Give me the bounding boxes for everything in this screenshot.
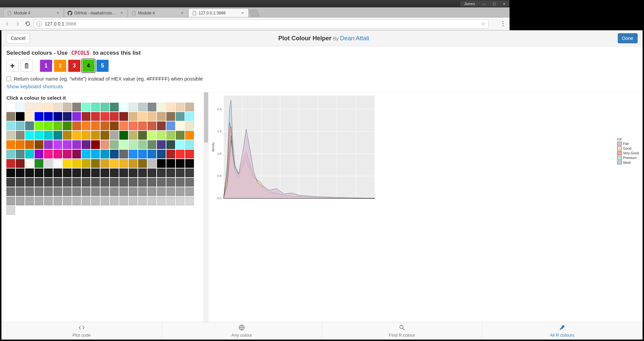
palette-cell[interactable] <box>44 121 53 130</box>
new-tab-button[interactable] <box>249 10 259 16</box>
palette-cell[interactable] <box>100 197 109 205</box>
palette-cell[interactable] <box>119 103 128 111</box>
palette-cell[interactable] <box>72 140 81 149</box>
palette-cell[interactable] <box>157 131 166 140</box>
palette-cell[interactable] <box>53 112 62 121</box>
palette-cell[interactable] <box>185 178 194 187</box>
palette-cell[interactable] <box>119 121 128 130</box>
palette-cell[interactable] <box>72 150 81 158</box>
palette-cell[interactable] <box>119 187 128 196</box>
palette-cell[interactable] <box>82 150 90 158</box>
palette-cell[interactable] <box>176 112 185 121</box>
palette-cell[interactable] <box>138 112 147 121</box>
palette-cell[interactable] <box>53 131 62 140</box>
tab-close-icon[interactable]: × <box>119 10 124 15</box>
browser-tab[interactable]: GitHub - daattali/colour…× <box>64 8 128 17</box>
selected-swatch[interactable]: 2 <box>54 60 66 72</box>
reload-button[interactable] <box>24 20 32 28</box>
palette-cell[interactable] <box>176 178 185 187</box>
palette-cell[interactable] <box>63 103 72 111</box>
palette-cell[interactable] <box>44 187 53 196</box>
palette-cell[interactable] <box>138 140 147 149</box>
palette-cell[interactable] <box>91 178 100 187</box>
palette-cell[interactable] <box>63 140 72 149</box>
palette-cell[interactable] <box>157 168 166 177</box>
selected-swatch[interactable]: 5 <box>96 60 109 72</box>
palette-cell[interactable] <box>119 150 128 158</box>
palette-cell[interactable] <box>185 197 194 205</box>
palette-cell[interactable] <box>148 121 156 130</box>
palette-cell[interactable] <box>91 197 100 205</box>
palette-cell[interactable] <box>185 159 194 168</box>
palette-cell[interactable] <box>6 159 15 168</box>
palette-cell[interactable] <box>157 140 166 149</box>
maximize-button[interactable]: ▢ <box>489 1 499 6</box>
palette-cell[interactable] <box>176 131 185 140</box>
palette-cell[interactable] <box>16 178 25 187</box>
palette-cell[interactable] <box>72 168 81 177</box>
palette-cell[interactable] <box>16 140 25 149</box>
forward-button[interactable] <box>13 20 22 28</box>
palette-cell[interactable] <box>16 150 25 158</box>
palette-cell[interactable] <box>119 168 128 177</box>
palette-cell[interactable] <box>166 140 175 149</box>
palette-cell[interactable] <box>185 112 194 121</box>
palette-cell[interactable] <box>166 103 175 111</box>
palette-cell[interactable] <box>16 159 25 168</box>
palette-cell[interactable] <box>185 140 194 149</box>
scrollbar-thumb[interactable] <box>204 92 208 143</box>
palette-cell[interactable] <box>176 140 185 149</box>
palette-cell[interactable] <box>110 150 119 158</box>
palette-cell[interactable] <box>148 178 156 187</box>
palette-cell[interactable] <box>72 103 81 111</box>
palette-cell[interactable] <box>157 150 166 158</box>
palette-cell[interactable] <box>100 159 109 168</box>
return-name-checkbox[interactable] <box>6 77 11 81</box>
palette-cell[interactable] <box>185 150 194 158</box>
palette-cell[interactable] <box>72 112 81 121</box>
palette-cell[interactable] <box>129 103 137 111</box>
palette-cell[interactable] <box>157 103 166 111</box>
palette-cell[interactable] <box>138 168 147 177</box>
palette-cell[interactable] <box>63 121 72 130</box>
palette-cell[interactable] <box>91 159 100 168</box>
palette-cell[interactable] <box>63 112 72 121</box>
palette-cell[interactable] <box>25 178 34 187</box>
palette-cell[interactable] <box>72 159 81 168</box>
palette-cell[interactable] <box>185 121 194 130</box>
palette-cell[interactable] <box>53 103 62 111</box>
palette-cell[interactable] <box>157 159 166 168</box>
palette-cell[interactable] <box>166 121 175 130</box>
palette-cell[interactable] <box>53 168 62 177</box>
palette-cell[interactable] <box>82 197 90 205</box>
palette-cell[interactable] <box>53 121 62 130</box>
browser-tab[interactable]: Module 4× <box>128 8 188 17</box>
palette-cell[interactable] <box>6 150 15 158</box>
palette-cell[interactable] <box>157 112 166 121</box>
palette-cell[interactable] <box>35 187 43 196</box>
palette-cell[interactable] <box>35 112 43 121</box>
palette-cell[interactable] <box>157 121 166 130</box>
palette-cell[interactable] <box>44 112 53 121</box>
palette-cell[interactable] <box>176 168 185 177</box>
palette-cell[interactable] <box>44 140 53 149</box>
palette-cell[interactable] <box>100 121 109 130</box>
palette-cell[interactable] <box>63 150 72 158</box>
palette-cell[interactable] <box>25 159 34 168</box>
palette-cell[interactable] <box>82 187 90 196</box>
palette-cell[interactable] <box>129 187 137 196</box>
palette-cell[interactable] <box>82 140 90 149</box>
palette-cell[interactable] <box>148 131 156 140</box>
palette-cell[interactable] <box>6 103 15 111</box>
palette-cell[interactable] <box>25 168 34 177</box>
palette-cell[interactable] <box>44 168 53 177</box>
palette-cell[interactable] <box>166 112 175 121</box>
palette-cell[interactable] <box>44 197 53 205</box>
palette-cell[interactable] <box>82 103 90 111</box>
palette-cell[interactable] <box>53 178 62 187</box>
palette-cell[interactable] <box>82 159 90 168</box>
palette-cell[interactable] <box>82 131 90 140</box>
palette-cell[interactable] <box>16 121 25 130</box>
palette-cell[interactable] <box>100 103 109 111</box>
palette-cell[interactable] <box>129 121 137 130</box>
